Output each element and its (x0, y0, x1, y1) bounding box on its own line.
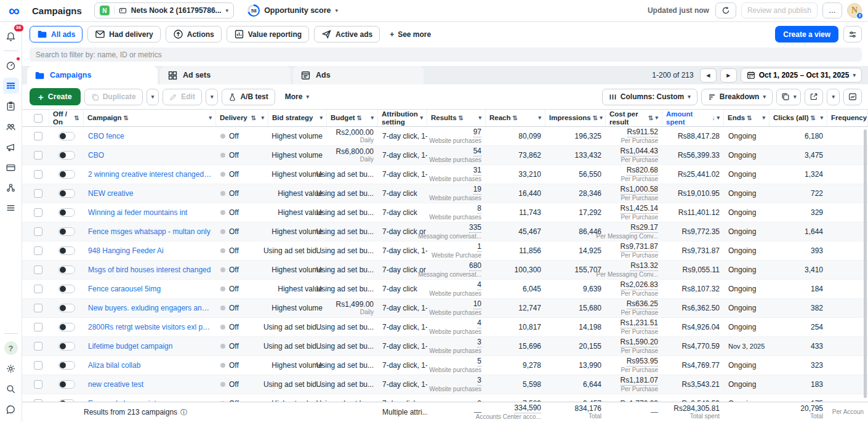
campaign-link[interactable]: Msgs of bird houses interest changed (88, 266, 212, 274)
column-header-campaign[interactable]: Campaign⇅▾ (84, 110, 216, 126)
campaign-link[interactable]: Fence msges whatsapp - multan only (88, 227, 212, 236)
export-caret-button[interactable]: ▾ (827, 89, 840, 105)
campaign-toggle[interactable] (58, 361, 75, 370)
row-checkbox[interactable] (34, 189, 42, 198)
campaign-toggle[interactable] (58, 285, 75, 293)
refresh-button[interactable] (715, 2, 736, 18)
filter-chip-actions[interactable]: Actions (166, 26, 222, 43)
campaign-link[interactable]: Fence caraousel 5img (88, 285, 212, 293)
campaign-link[interactable]: new creative test (88, 380, 212, 389)
campaign-link[interactable]: NEW creative (88, 189, 212, 198)
vertical-scrollbar[interactable] (864, 129, 867, 398)
next-page-button[interactable]: ▶ (720, 68, 737, 83)
edit-caret-button[interactable]: ▾ (206, 89, 219, 105)
row-checkbox[interactable] (34, 227, 42, 236)
column-header-spent[interactable]: Amount spent↓▾ (662, 110, 724, 126)
reports-button[interactable]: ▾ (776, 89, 802, 105)
chevron-down-icon[interactable]: ▾ (600, 115, 603, 121)
chevron-down-icon[interactable]: ▾ (717, 115, 720, 121)
sidebar-item-billing[interactable] (3, 159, 19, 175)
sorted-desc-icon[interactable]: ↓ (712, 115, 715, 121)
campaign-toggle[interactable] (58, 170, 75, 179)
row-checkbox[interactable] (34, 132, 42, 140)
chevron-down-icon[interactable]: ▾ (319, 115, 323, 121)
sidebar-item-campaigns[interactable] (3, 78, 19, 94)
chevron-down-icon[interactable]: ▾ (762, 115, 765, 121)
sidebar-item-search[interactable] (3, 381, 19, 397)
breakdown-button[interactable]: Breakdown▾ (701, 89, 773, 105)
select-all-checkbox[interactable] (34, 114, 42, 123)
chevron-down-icon[interactable]: ▾ (209, 115, 212, 121)
campaign-link[interactable]: 2 winning creative interest changed to l… (88, 170, 212, 179)
export-button[interactable] (805, 89, 823, 105)
campaign-toggle[interactable] (58, 151, 75, 160)
row-checkbox[interactable] (34, 380, 42, 389)
sort-icon[interactable]: ⇅ (648, 115, 653, 121)
view-settings-button[interactable] (843, 26, 862, 43)
campaign-link[interactable]: Lifetime budget campaign (88, 342, 212, 351)
column-header-freq[interactable]: Frequency (827, 110, 868, 126)
column-header-reach[interactable]: Reach⇅▾ (486, 110, 545, 126)
chevron-down-icon[interactable]: ▾ (538, 115, 541, 121)
more-options-button[interactable]: … (822, 2, 842, 18)
opportunity-score-selector[interactable]: 58 Opportunity score ▾ (247, 4, 338, 17)
account-selector[interactable]: N Nets Nook 2 (161795786... ▾ (94, 2, 234, 18)
campaign-toggle[interactable] (58, 380, 75, 389)
chevron-down-icon[interactable]: ▾ (371, 115, 374, 121)
column-header-ends[interactable]: Ends⇅▾ (724, 110, 770, 126)
column-header-bid[interactable]: Bid strategy▾ (268, 110, 327, 126)
filter-chip-had-delivery[interactable]: Had delivery (87, 26, 160, 43)
columns-button[interactable]: Columns: Custom▾ (602, 89, 697, 105)
sidebar-item-support[interactable] (3, 401, 19, 417)
row-checkbox[interactable] (34, 208, 42, 217)
column-header-attr[interactable]: Attribution setting▾ (378, 110, 427, 126)
campaign-link[interactable]: 2800Rs retrgt website visitors exl purch… (88, 323, 212, 331)
column-header-budget[interactable]: Budget⇅▾ (327, 110, 378, 126)
campaign-toggle[interactable] (58, 132, 75, 140)
sidebar-item-help[interactable]: ? (3, 340, 19, 356)
sort-icon[interactable]: ⇅ (459, 115, 464, 121)
sort-icon[interactable]: ⇅ (357, 115, 362, 121)
campaign-link[interactable]: New buyers. exluding engagers and purcha… (88, 304, 212, 312)
prev-page-button[interactable]: ◀ (700, 68, 717, 83)
campaign-toggle[interactable] (58, 246, 75, 255)
charts-button[interactable] (843, 89, 862, 105)
campaign-toggle[interactable] (58, 208, 75, 217)
chevron-down-icon[interactable]: ▾ (261, 115, 264, 121)
sort-icon[interactable]: ⇅ (593, 115, 598, 121)
row-checkbox[interactable] (34, 285, 42, 293)
campaign-link[interactable]: CBO fence (88, 132, 212, 140)
see-more-button[interactable]: +See more (385, 30, 436, 39)
search-input[interactable] (30, 47, 862, 62)
campaign-toggle[interactable] (58, 227, 75, 236)
tab-campaigns[interactable]: Campaigns (27, 66, 158, 84)
sidebar-item-audiences[interactable] (3, 118, 19, 134)
campaign-link[interactable]: CBO (88, 151, 212, 160)
row-checkbox[interactable] (34, 304, 42, 312)
campaign-toggle[interactable] (58, 266, 75, 274)
chevron-down-icon[interactable]: ▾ (478, 115, 481, 121)
sort-icon[interactable]: ⇅ (811, 115, 816, 121)
column-header-cost[interactable]: Cost per result⇅▾ (606, 110, 662, 126)
sidebar-item-notifications[interactable]: 36 (3, 28, 19, 44)
date-range-selector[interactable]: Oct 1, 2025 – Oct 31, 2025 ▾ (741, 68, 862, 83)
filter-chip-value-reporting[interactable]: Value reporting (227, 26, 309, 43)
tab-ad-sets[interactable]: Ad sets (160, 66, 291, 84)
row-checkbox[interactable] (34, 246, 42, 255)
column-header-results[interactable]: Results⇅▾ (427, 110, 486, 126)
row-checkbox[interactable] (34, 151, 42, 160)
row-checkbox[interactable] (34, 323, 42, 331)
sidebar-item-all-tools[interactable] (3, 200, 19, 216)
sidebar-item-ads-reporting[interactable] (3, 98, 19, 114)
column-header-clicks[interactable]: Clicks (all)⇅▾ (770, 110, 827, 126)
filter-chip-all-ads[interactable]: All ads (30, 26, 82, 43)
sidebar-item-advertise[interactable] (3, 139, 19, 155)
create-view-button[interactable]: Create a view (775, 26, 838, 43)
review-and-publish-button[interactable]: Review and publish (741, 2, 818, 18)
chevron-down-icon[interactable]: ▾ (420, 115, 423, 121)
campaign-toggle[interactable] (58, 189, 75, 198)
column-header-impr[interactable]: Impressions⇅▾ (545, 110, 606, 126)
sort-icon[interactable]: ⇅ (74, 115, 79, 121)
sort-icon[interactable]: ⇅ (513, 115, 518, 121)
column-header-delivery[interactable]: Delivery⇅▾ (216, 110, 268, 126)
